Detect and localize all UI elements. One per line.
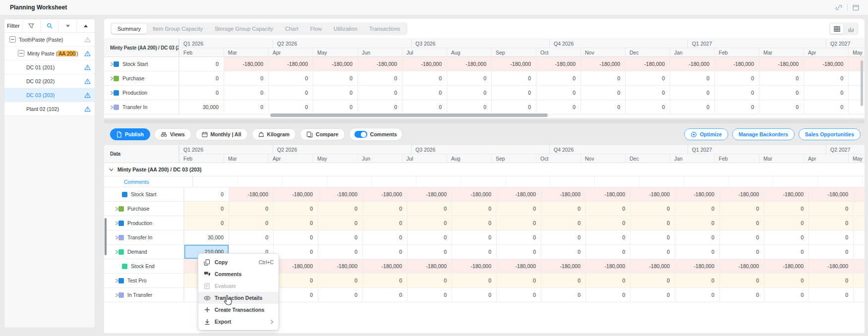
value-cell[interactable]: [853, 216, 865, 230]
value-cell[interactable]: [853, 274, 865, 287]
value-cell[interactable]: 0: [541, 202, 585, 216]
value-cell[interactable]: -180,000: [580, 57, 625, 71]
value-cell[interactable]: 0: [496, 245, 541, 259]
value-cell[interactable]: 0: [670, 86, 714, 100]
value-cell[interactable]: 0: [179, 71, 224, 85]
search-button[interactable]: [41, 19, 59, 32]
value-cell[interactable]: 0: [714, 86, 759, 100]
value-cell[interactable]: 0: [804, 86, 848, 100]
value-cell[interactable]: 0: [585, 230, 630, 244]
value-cell[interactable]: 0: [809, 274, 853, 287]
row-label-test-pro[interactable]: Test Pro: [104, 274, 184, 287]
value-cell[interactable]: -180,000: [268, 57, 313, 71]
value-cell[interactable]: 0: [764, 274, 809, 287]
value-cell[interactable]: 0: [625, 100, 670, 114]
value-cell[interactable]: 0: [585, 202, 630, 216]
value-cell[interactable]: 0: [491, 71, 536, 85]
value-cell[interactable]: 0: [625, 71, 670, 85]
value-cell[interactable]: 0: [268, 86, 313, 100]
value-cell[interactable]: -180,000: [447, 57, 491, 71]
empty-cell[interactable]: [237, 176, 282, 187]
value-cell[interactable]: 0: [719, 216, 764, 230]
value-cell[interactable]: 0: [452, 245, 496, 259]
value-cell[interactable]: -180,000: [407, 259, 452, 273]
value-cell[interactable]: 0: [273, 245, 318, 259]
value-cell[interactable]: -180,000: [719, 259, 764, 273]
value-cell[interactable]: 0: [630, 274, 675, 287]
value-cell[interactable]: -180,000: [764, 259, 809, 273]
value-cell[interactable]: 0: [670, 71, 714, 85]
value-cell[interactable]: 0: [447, 86, 491, 100]
row-label-stock-start[interactable]: Stock Start: [104, 187, 184, 201]
value-cell[interactable]: 0: [675, 245, 719, 259]
value-cell[interactable]: 0: [759, 100, 804, 114]
collapse-button[interactable]: [59, 19, 77, 32]
value-cell[interactable]: -180,000: [407, 187, 452, 201]
value-cell[interactable]: 0: [452, 216, 496, 230]
value-cell[interactable]: 0: [407, 288, 452, 302]
value-cell[interactable]: 0: [759, 71, 804, 85]
value-cell[interactable]: 0: [714, 100, 759, 114]
value-cell[interactable]: 0: [229, 202, 273, 216]
value-cell[interactable]: 0: [229, 230, 273, 244]
value-cell[interactable]: 0: [675, 288, 719, 302]
value-cell[interactable]: -180,000: [809, 259, 853, 273]
value-cell[interactable]: 0: [184, 187, 229, 201]
value-cell[interactable]: 0: [759, 86, 804, 100]
value-cell[interactable]: 0: [362, 216, 407, 230]
value-cell[interactable]: 0: [764, 288, 809, 302]
empty-cell[interactable]: [728, 176, 773, 187]
collapse-expander-icon[interactable]: [18, 50, 24, 56]
tab-item-group-capacity[interactable]: Item Group Capacity: [147, 24, 209, 34]
value-cell[interactable]: -180,000: [452, 259, 496, 273]
value-cell[interactable]: -180,000: [313, 57, 357, 71]
sidebar-item-dc-03-203[interactable]: DC 03 (203): [4, 88, 95, 102]
value-cell[interactable]: 0: [402, 71, 447, 85]
value-cell[interactable]: 0: [447, 100, 491, 114]
value-cell[interactable]: 0: [804, 100, 848, 114]
value-cell[interactable]: -180,000: [536, 57, 580, 71]
value-cell[interactable]: 0: [362, 245, 407, 259]
value-cell[interactable]: 0: [719, 230, 764, 244]
value-cell[interactable]: 0: [580, 86, 625, 100]
value-cell[interactable]: -180,000: [452, 187, 496, 201]
value-cell[interactable]: 0: [675, 202, 719, 216]
value-cell[interactable]: 0: [362, 202, 407, 216]
row-label-in-transfer[interactable]: In Transfer: [104, 288, 184, 302]
menu-item-comments[interactable]: Comments: [198, 268, 279, 280]
value-cell[interactable]: 0: [585, 288, 630, 302]
empty-cell[interactable]: [371, 176, 416, 187]
tab-storage-group-capacity[interactable]: Storage Group Capacity: [209, 24, 279, 34]
value-cell[interactable]: 0: [764, 230, 809, 244]
value-cell[interactable]: -180,000: [273, 187, 318, 201]
empty-cell[interactable]: [639, 176, 684, 187]
value-cell[interactable]: -180,000: [853, 187, 865, 201]
value-cell[interactable]: 0: [357, 86, 402, 100]
value-cell[interactable]: 0: [407, 230, 452, 244]
value-cell[interactable]: 0: [407, 274, 452, 287]
menu-item-export[interactable]: Export: [198, 316, 279, 328]
value-cell[interactable]: -180,000: [625, 57, 670, 71]
value-cell[interactable]: 0: [714, 71, 759, 85]
value-cell[interactable]: [853, 230, 865, 244]
row-label-stock-end[interactable]: Stock End: [104, 259, 184, 273]
value-cell[interactable]: 0: [362, 230, 407, 244]
value-cell[interactable]: 0: [585, 216, 630, 230]
value-cell[interactable]: 0: [224, 86, 268, 100]
value-cell[interactable]: 0: [541, 274, 585, 287]
value-cell[interactable]: [853, 202, 865, 216]
value-cell[interactable]: 0: [179, 86, 224, 100]
value-cell[interactable]: 0: [229, 216, 273, 230]
value-cell[interactable]: -180,000: [496, 259, 541, 273]
value-cell[interactable]: 0: [670, 100, 714, 114]
value-cell[interactable]: 0: [809, 202, 853, 216]
table-view-button[interactable]: [830, 24, 843, 34]
value-cell[interactable]: 30,000: [184, 230, 229, 244]
sidebar-item-dc-01-201[interactable]: DC 01 (201): [4, 60, 95, 74]
menu-item-transaction-details[interactable]: Transaction Details: [198, 292, 279, 304]
value-cell[interactable]: 0: [541, 230, 585, 244]
filter-funnel-button[interactable]: [23, 19, 41, 32]
value-cell[interactable]: 0: [630, 288, 675, 302]
menu-item-create-transactions[interactable]: Create Transactions: [198, 304, 279, 316]
value-cell[interactable]: 0: [491, 86, 536, 100]
